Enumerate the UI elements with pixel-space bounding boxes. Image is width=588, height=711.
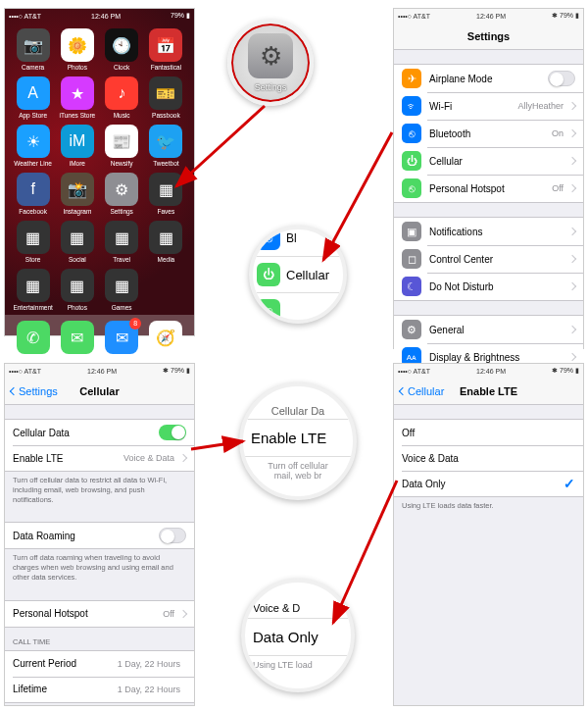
app-settings[interactable]: ⚙Settings [102,173,142,215]
app-icon: ♪ [105,76,138,110]
app-icon: 📅 [149,28,182,62]
app-app-store[interactable]: AApp Store [13,76,53,119]
app-newsify[interactable]: 📰Newsify [102,125,142,167]
row-cellular[interactable]: ⏻ Cellular [394,147,583,175]
row-lte-voice-data[interactable]: Voice & Data [394,445,583,471]
app-label: Newsify [111,160,133,167]
app-icon: ▦ [17,269,50,302]
app-icon: ★ [61,76,94,110]
app-media[interactable]: ▦Media [146,221,186,263]
app-icon: iM [61,125,94,158]
app-imore[interactable]: iMiMore [57,125,97,167]
app-icon: ✉ [61,321,94,354]
chevron-right-icon [568,326,576,333]
row-bluetooth[interactable]: ⎋ Bluetooth On [394,120,583,147]
row-general[interactable]: ⚙ General [394,316,583,343]
app-icon: A [17,76,50,110]
row-control-center[interactable]: ◻ Control Center [394,245,583,273]
app-label: Social [69,256,86,263]
dnd-icon: ☾ [402,277,421,296]
app-music[interactable]: ♪Music [102,76,142,119]
cellular-data-toggle[interactable] [159,425,186,440]
panel-settings: ••••○ AT&T 12:46 PM ✱ 79% ▮ Settings ✈ A… [393,8,584,349]
app-icon: ▦ [105,221,138,254]
notifications-icon: ▣ [402,222,421,241]
chevron-right-icon [568,228,576,235]
row-notifications[interactable]: ▣ Notifications [394,218,583,245]
app-fantastical[interactable]: 📅Fantastical [146,28,186,71]
group-connectivity: ✈ Airplane Mode ᯤ Wi-Fi AllyHeather ⎋ Bl… [394,64,583,203]
app-icon: ▦ [149,221,182,254]
row-lte-data-only[interactable]: Data Only✓ [394,471,583,496]
app-label: Safari [158,356,174,363]
chevron-right-icon [568,157,576,165]
row-cellular-data[interactable]: Cellular Data [5,420,194,445]
app-photos[interactable]: 🌼Photos [57,28,97,71]
dock-app-phone[interactable]: ✆Phone [13,321,53,363]
app-clock[interactable]: 🕙Clock [102,28,142,71]
app-label: Phone [24,356,42,363]
row-personal-hotspot[interactable]: ⎋ Personal Hotspot Off [394,175,583,202]
status-bar: ••••○ AT&T 12:46 PM ✱ 79% ▮ [394,364,583,378]
app-passbook[interactable]: 🎫Passbook [146,76,186,119]
app-instagram[interactable]: 📸Instagram [57,173,97,215]
row-enable-lte[interactable]: Enable LTE Voice & Data [5,445,194,471]
app-label: Store [25,256,41,263]
app-entertainment[interactable]: ▦Entertainment [13,269,53,311]
app-store[interactable]: ▦Store [13,221,53,263]
app-empty [146,269,186,311]
app-faves[interactable]: ▦Faves [146,173,186,215]
app-itunes-store[interactable]: ★iTunes Store [57,76,97,119]
cellular-icon: ⏻ [402,151,421,171]
group-roaming: Data Roaming [5,522,194,549]
section-call-time: CALL TIME [5,628,194,650]
row-lte-off[interactable]: Off [394,420,583,445]
dock-app-messages[interactable]: ✉Messages [57,321,97,363]
app-games[interactable]: ▦Games [102,269,142,311]
cellular-label: Cellular [286,268,329,282]
app-icon: ▦ [61,269,94,302]
app-label: Photos [68,304,87,311]
row-hotspot[interactable]: Personal Hotspot Off [5,601,194,627]
app-label: Travel [113,256,130,263]
app-label: Facebook [19,208,47,215]
footnote-cellular-data: Turn off cellular data to restrict all d… [5,472,194,508]
app-icon: ▦ [105,269,138,302]
zoom-bubble-data-only: Voice & D Data Only Using LTE load [241,579,355,692]
row-data-roaming[interactable]: Data Roaming [5,523,194,548]
app-icon: 🌼 [61,28,94,62]
app-social[interactable]: ▦Social [57,221,97,263]
airplane-toggle[interactable] [548,71,575,86]
app-icon: ☀ [17,125,50,158]
dock-app-safari[interactable]: 🧭Safari [146,321,186,363]
hotspot-icon: ⎋ [257,299,280,323]
app-icon: 📰 [105,125,138,158]
app-label: Passbook [152,112,180,119]
dock-app-mail[interactable]: ✉8Mail [102,321,142,363]
row-do-not-disturb[interactable]: ☾ Do Not Disturb [394,273,583,300]
back-button[interactable]: Settings [5,385,58,397]
app-travel[interactable]: ▦Travel [102,221,142,263]
app-camera[interactable]: 📷Camera [13,28,53,71]
row-airplane-mode[interactable]: ✈ Airplane Mode [394,65,583,92]
app-label: Photos [68,64,87,71]
app-icon: ⚙ [105,173,138,206]
airplane-icon: ✈ [402,69,421,88]
row-wifi[interactable]: ᯤ Wi-Fi AllyHeather [394,92,583,120]
back-button[interactable]: Cellular [394,385,444,397]
app-icon: 🐦 [149,125,182,158]
status-time: 12:46 PM [41,13,171,20]
wifi-icon: ᯤ [402,96,421,116]
app-label: Faves [158,208,175,215]
app-facebook[interactable]: fFacebook [13,173,53,215]
app-tweetbot[interactable]: 🐦Tweetbot [146,125,186,167]
cellular-icon: ⏻ [257,263,280,286]
navbar-settings: Settings [394,23,583,50]
settings-app-label: Settings [255,82,287,92]
section-data-usage: CELLULAR DATA USAGE [5,703,194,712]
zoom-bubble-cellular: ⎋ Bl ⏻ Cellular ⎋ [249,226,347,324]
chevron-right-icon [568,282,576,290]
data-roaming-toggle[interactable] [159,528,186,543]
app-weather-line[interactable]: ☀Weather Line [13,125,53,167]
app-photos[interactable]: ▦Photos [57,269,97,311]
